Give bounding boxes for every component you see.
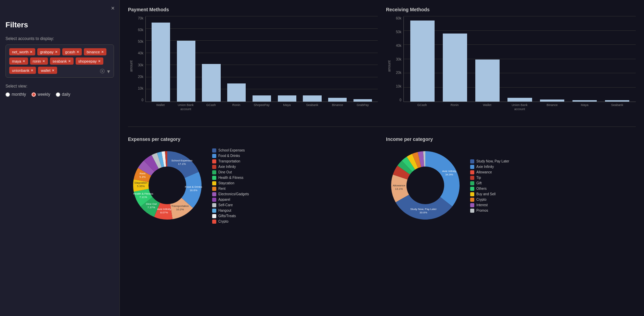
y-axis-label: 20k bbox=[391, 71, 401, 75]
legend-color-box bbox=[212, 198, 216, 202]
legend-label: Axie Infinity bbox=[218, 165, 236, 169]
bar-item bbox=[326, 16, 349, 102]
bar-item bbox=[149, 16, 172, 102]
y-axis-label: 50k bbox=[133, 40, 143, 43]
legend-label: Gift bbox=[476, 181, 482, 185]
bar-x-label: Binance bbox=[326, 103, 349, 111]
tag-label: seabank bbox=[53, 59, 67, 63]
bar-x-label: Maya bbox=[275, 103, 298, 111]
legend-color-box bbox=[470, 176, 474, 180]
monthly-option[interactable]: monthly bbox=[5, 92, 26, 97]
close-button[interactable]: × bbox=[111, 5, 115, 12]
legend-color-box bbox=[212, 214, 216, 218]
bar-x-label: Ronin bbox=[225, 103, 248, 111]
legend-item: Interest bbox=[470, 203, 509, 207]
y-axis-label: 60k bbox=[391, 16, 401, 20]
y-axis-label: 30k bbox=[391, 57, 401, 61]
bar-rect bbox=[152, 23, 170, 102]
tag-remove[interactable]: × bbox=[30, 50, 33, 54]
expenses-donut-container: School Expenses17.1%Food & Drinks16.6%Tr… bbox=[128, 146, 207, 226]
daily-radio[interactable] bbox=[56, 92, 60, 97]
legend-label: Allowance bbox=[476, 170, 492, 174]
legend-label: Staycation bbox=[218, 181, 234, 185]
tag-label: binance bbox=[87, 50, 100, 54]
legend-color-box bbox=[212, 165, 216, 169]
bar-item bbox=[175, 16, 198, 102]
bar-rect bbox=[253, 95, 271, 102]
legend-color-box bbox=[212, 170, 216, 174]
income-legend: Study Now, Pay Later Axie Infinity Allow… bbox=[470, 159, 509, 213]
tag-shopeepay: shopeepay× bbox=[76, 57, 103, 65]
x-labels-row: GCashRoninWalletUnion Bank accountBinanc… bbox=[403, 102, 636, 111]
tag-remove[interactable]: × bbox=[77, 50, 79, 54]
legend-label: Interest bbox=[476, 203, 488, 207]
legend-label: Food & Drinks bbox=[218, 154, 240, 158]
legend-color-box bbox=[470, 198, 474, 202]
legend-color-box bbox=[470, 159, 474, 163]
y-axis-label: 20k bbox=[133, 75, 143, 79]
daily-option[interactable]: daily bbox=[56, 92, 70, 97]
tag-remove[interactable]: × bbox=[55, 50, 58, 54]
tag-label: shopeepay bbox=[78, 59, 97, 63]
legend-item: Staycation bbox=[212, 181, 249, 185]
main-content: Payment Methods amount 010k20k30k40k50k6… bbox=[120, 0, 644, 316]
legend-item: Axie Infinity bbox=[470, 165, 509, 169]
legend-label: Crypto bbox=[218, 220, 228, 223]
monthly-radio[interactable] bbox=[5, 92, 10, 97]
tag-binance: binance× bbox=[84, 48, 106, 55]
tag-remove[interactable]: × bbox=[68, 59, 71, 63]
weekly-option[interactable]: weekly bbox=[31, 92, 50, 97]
legend-item: Electronics/Gadgets bbox=[212, 192, 249, 196]
bar-rect bbox=[540, 100, 564, 102]
expand-tags-icon[interactable]: ▼ bbox=[106, 69, 111, 74]
bar-rect bbox=[475, 60, 500, 102]
legend-item: Gifts/Treats bbox=[212, 214, 249, 218]
tag-label: wallet bbox=[41, 68, 50, 73]
legend-item: Buy and Sell bbox=[470, 192, 509, 196]
legend-item: Transportation bbox=[212, 159, 249, 163]
legend-item: Axie Infinity bbox=[212, 165, 249, 169]
tag-label: gcash bbox=[65, 50, 75, 54]
legend-item: Health & Fitness bbox=[212, 176, 249, 180]
tag-label: grabpay bbox=[40, 50, 54, 54]
receiving-bar-area: 010k20k30k40k50k60kGCashRoninWalletUnion… bbox=[391, 16, 636, 116]
sidebar: × Filters Select accounts to display: ne… bbox=[0, 0, 120, 316]
income-chart: Income per category Axie Infinity34.9%St… bbox=[386, 136, 636, 226]
bars-row bbox=[146, 16, 378, 102]
tag-remove[interactable]: × bbox=[23, 59, 25, 63]
tag-remove[interactable]: × bbox=[98, 59, 101, 63]
x-labels-row: WalletUnion Bank accountGCashRoninShopee… bbox=[145, 102, 378, 111]
bar-item bbox=[602, 16, 632, 102]
bar-item bbox=[351, 16, 374, 102]
bar-rect bbox=[443, 34, 467, 102]
clear-tags-icon[interactable]: ⓧ bbox=[100, 68, 105, 75]
payment-methods-chart: Payment Methods amount 010k20k30k40k50k6… bbox=[128, 7, 378, 116]
legend-item: Promos bbox=[470, 209, 509, 213]
tag-remove[interactable]: × bbox=[101, 50, 104, 54]
legend-label: Gifts/Treats bbox=[218, 214, 236, 218]
weekly-radio[interactable] bbox=[31, 92, 36, 97]
legend-color-box bbox=[212, 159, 216, 163]
tag-remove[interactable]: × bbox=[31, 68, 34, 73]
legend-color-box bbox=[212, 203, 216, 207]
legend-label: Crypto bbox=[476, 198, 486, 201]
legend-item: Dine Out bbox=[212, 170, 249, 174]
bar-x-label: Seabank bbox=[300, 103, 324, 111]
legend-color-box bbox=[212, 154, 216, 158]
bar-x-label: GCash bbox=[407, 103, 437, 111]
charts-bottom: Expenses per category School Expenses17.… bbox=[128, 136, 636, 226]
tag-wallet: wallet× bbox=[38, 67, 57, 74]
receiving-methods-chart: Receiving Methods amount 010k20k30k40k50… bbox=[386, 7, 636, 116]
donut-label: Rent5.3% bbox=[139, 172, 145, 179]
bar-item bbox=[440, 16, 470, 102]
tag-remove[interactable]: × bbox=[42, 59, 45, 63]
legend-item: Apparel bbox=[212, 198, 249, 202]
legend-label: Others bbox=[476, 187, 487, 190]
bar-item bbox=[569, 16, 600, 102]
legend-color-box bbox=[212, 220, 216, 224]
tag-remove[interactable]: × bbox=[52, 68, 55, 73]
bar-rect bbox=[572, 100, 597, 102]
legend-color-box bbox=[470, 181, 474, 185]
y-axis-label: 10k bbox=[391, 84, 401, 88]
legend-item: Allowance bbox=[470, 170, 509, 174]
